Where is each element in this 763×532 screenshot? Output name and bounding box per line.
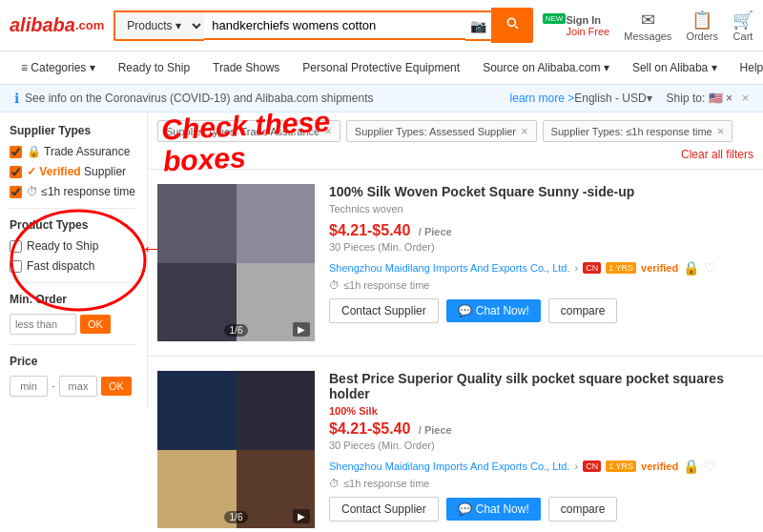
filter-response-time[interactable]: ⏱ ≤1h response time	[10, 185, 137, 198]
sidebar-outer: Supplier Types 🔒 Trade Assurance ✓ Verif…	[0, 113, 148, 532]
min-order-ok-button[interactable]: OK	[80, 315, 111, 334]
messages-action[interactable]: ✉ Messages	[624, 10, 671, 42]
filter-tag-trade-label: Supplier Types: Trade Assurance	[166, 126, 320, 137]
alert-close-button[interactable]: ×	[742, 92, 749, 105]
page-wrapper: alibaba.com Products ▾ 📷 NEW Sign In Joi…	[0, 0, 763, 532]
ready-to-ship-label: Ready to Ship	[27, 239, 98, 253]
filter-tag-trade[interactable]: Supplier Types: Trade Assurance ×	[157, 120, 340, 142]
min-order-input[interactable]	[10, 314, 76, 335]
filter-trade-assurance[interactable]: 🔒 Trade Assurance	[10, 145, 137, 158]
filter-tag-response-close[interactable]: ×	[717, 124, 725, 138]
trade-assurance-icon-1: 🔒	[683, 260, 699, 276]
product-moq-2: 30 Pieces (Min. Order)	[329, 440, 753, 451]
content-area: Supplier Types: Trade Assurance × Suppli…	[148, 113, 763, 532]
supplier-name-2[interactable]: Shengzhou Maidilang Imports And Exports …	[329, 460, 570, 472]
filter-tag-assessed[interactable]: Supplier Types: Assessed Supplier ×	[346, 120, 537, 142]
product-price-unit-1: / Piece	[419, 226, 452, 237]
price-min-input[interactable]	[10, 376, 48, 397]
clear-all-filters-button[interactable]: Clear all filters	[681, 148, 753, 161]
years-badge-2: 1 YRS	[606, 460, 636, 472]
heart-icon-2[interactable]: ♡	[704, 459, 716, 474]
min-order-title: Min. Order	[10, 293, 137, 306]
contact-supplier-button-1[interactable]: Contact Supplier	[329, 298, 439, 323]
video-play-icon-1: ▶	[293, 322, 310, 337]
sidebar: Supplier Types 🔒 Trade Assurance ✓ Verif…	[0, 113, 148, 408]
header: alibaba.com Products ▾ 📷 NEW Sign In Joi…	[0, 0, 763, 51]
filter-tag-response-label: Supplier Types: ≤1h response time	[551, 126, 712, 137]
search-button[interactable]	[491, 8, 533, 43]
product-img-cell-2-1	[157, 371, 237, 450]
nav-categories[interactable]: ≡ Categories ▾	[10, 51, 107, 84]
product-title-2[interactable]: Best Price Superior Quality silk pocket …	[329, 371, 753, 401]
response-time-checkbox[interactable]	[10, 186, 22, 198]
ship-to[interactable]: Ship to: 🇺🇸 ×	[667, 92, 732, 105]
product-img-indicator-1: 1/6	[224, 324, 249, 337]
orders-label: Orders	[686, 31, 718, 42]
product-card-1: 1/6 ▶ 100% Silk Woven Pocket Square Sunn…	[148, 170, 763, 357]
compare-button-2[interactable]: compare	[548, 497, 618, 522]
verified-supplier-checkbox[interactable]	[10, 166, 22, 178]
alert-bar: ℹ See info on the Coronavirus (COVID-19)…	[0, 85, 763, 113]
filter-tag-assessed-close[interactable]: ×	[521, 124, 528, 138]
trade-assurance-label: 🔒 Trade Assurance	[27, 145, 130, 158]
contact-supplier-button-2[interactable]: Contact Supplier	[329, 497, 439, 522]
cart-label: Cart	[733, 31, 753, 42]
verified-badge-1: verified	[641, 262, 678, 274]
search-select[interactable]: Products ▾	[113, 10, 204, 41]
product-title-1[interactable]: 100% Silk Woven Pocket Square Sunny -sid…	[329, 184, 753, 199]
fast-dispatch-checkbox[interactable]	[10, 260, 22, 273]
chat-now-button-1[interactable]: 💬 Chat Now!	[446, 299, 541, 322]
product-price-value-1: $4.21-$5.40	[329, 222, 410, 238]
nav-trade-shows[interactable]: Trade Shows	[201, 51, 291, 84]
filter-fast-dispatch[interactable]: Fast dispatch	[10, 259, 137, 273]
chat-icon-2: 💬	[458, 502, 472, 516]
product-price-unit-2: / Piece	[419, 424, 452, 436]
price-max-input[interactable]	[59, 376, 97, 397]
signin-area[interactable]: Sign In Join Free	[566, 14, 609, 37]
product-list: 1/6 ▶ 100% Silk Woven Pocket Square Sunn…	[148, 170, 763, 532]
language-selector[interactable]: English - USD▾	[574, 92, 651, 105]
camera-icon[interactable]: 📷	[465, 10, 491, 41]
ready-to-ship-checkbox[interactable]	[10, 240, 22, 253]
price-row: - OK	[10, 376, 137, 397]
filter-verified-supplier[interactable]: ✓ Verified Supplier	[10, 165, 137, 178]
product-image-2[interactable]: 1/6 ▶	[157, 371, 315, 528]
learn-more-link[interactable]: learn more >	[510, 92, 575, 105]
product-price-1: $4.21-$5.40 / Piece	[329, 222, 753, 239]
supplier-types-title: Supplier Types	[10, 124, 137, 137]
cart-action[interactable]: 🛒 Cart	[732, 10, 753, 42]
main-content: Supplier Types 🔒 Trade Assurance ✓ Verif…	[0, 113, 763, 532]
product-subtitle-2: 100% Silk	[329, 405, 753, 417]
filter-tag-trade-close[interactable]: ×	[324, 124, 332, 138]
product-img-cell-2	[237, 184, 316, 263]
product-price-value-2: $4.21-$5.40	[329, 420, 410, 437]
orders-action[interactable]: 📋 Orders	[686, 10, 718, 42]
country-badge-2: CN	[583, 460, 601, 472]
nav-ready-to-ship[interactable]: Ready to Ship	[107, 51, 201, 84]
video-play-icon-2: ▶	[293, 509, 310, 523]
response-time-1: ⏱ ≤1h response time	[329, 279, 753, 291]
heart-icon-1[interactable]: ♡	[704, 260, 716, 276]
sidebar-divider-1	[10, 208, 137, 209]
alert-text: See info on the Coronavirus (COVID-19) a…	[25, 92, 503, 105]
product-image-1[interactable]: 1/6 ▶	[157, 184, 315, 341]
search-input[interactable]	[204, 10, 464, 40]
filter-tag-assessed-label: Supplier Types: Assessed Supplier	[355, 126, 516, 137]
compare-button-1[interactable]: compare	[548, 298, 618, 323]
nav-help[interactable]: Help ▾	[729, 51, 763, 84]
nav-source[interactable]: Source on Alibaba.com ▾	[471, 51, 621, 84]
chat-label-1: Chat Now!	[476, 304, 529, 317]
years-badge-1: 1 YRS	[606, 262, 636, 274]
nav-ppe[interactable]: Personal Protective Equipment	[291, 51, 471, 84]
cart-icon: 🛒	[732, 10, 753, 31]
trade-assurance-checkbox[interactable]	[10, 146, 22, 158]
join-free-label: Join Free	[566, 26, 609, 37]
nav-sell[interactable]: Sell on Alibaba ▾	[621, 51, 729, 84]
logo[interactable]: alibaba.com	[10, 14, 104, 36]
price-ok-button[interactable]: OK	[101, 377, 132, 396]
chat-now-button-2[interactable]: 💬 Chat Now!	[446, 498, 541, 521]
supplier-name-1[interactable]: Shengzhou Maidilang Imports And Exports …	[329, 262, 570, 274]
filter-tag-response[interactable]: Supplier Types: ≤1h response time ×	[543, 120, 733, 142]
filter-ready-to-ship[interactable]: Ready to Ship	[10, 239, 137, 253]
sidebar-divider-2	[10, 282, 137, 283]
